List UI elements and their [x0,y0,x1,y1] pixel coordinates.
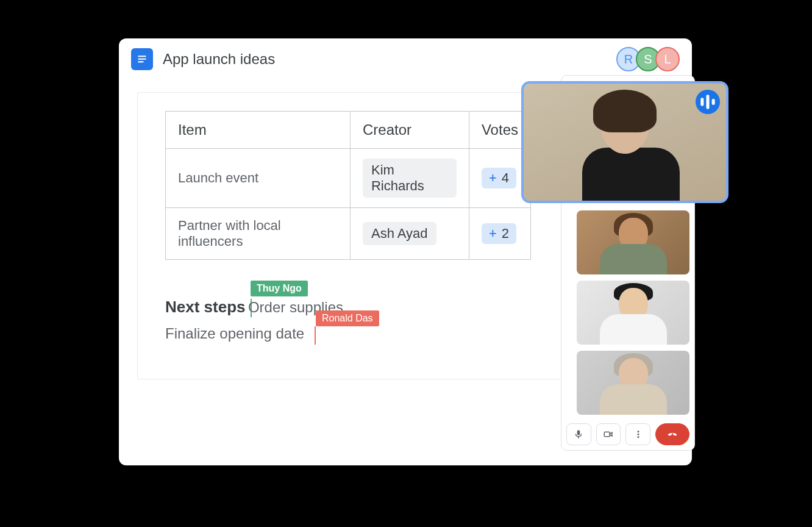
table-row[interactable]: Partner with local influencers Ash Ayad … [166,208,531,260]
svg-rect-4 [707,95,710,109]
person-body [600,384,667,415]
video-thumbnail[interactable] [577,281,689,345]
speaking-indicator-icon [696,90,720,114]
cell-votes[interactable]: +2 [469,208,530,260]
table-row[interactable]: Launch event Kim Richards +4 [166,149,531,208]
person-body [600,314,667,345]
person-hair [593,90,657,132]
creator-chip[interactable]: Ash Ayad [363,222,436,245]
cell-creator[interactable]: Kim Richards [350,149,469,208]
svg-rect-2 [138,61,143,62]
docs-window: App launch ideas R S L Item Creator Vote… [119,38,692,465]
person-figure [577,281,689,345]
cursor-tag-green: Thuy Ngo [251,281,308,296]
cell-creator[interactable]: Ash Ayad [350,208,469,260]
heading-text: Next steps [165,298,246,316]
collaborator-avatars: R S L [616,47,680,71]
vote-chip[interactable]: +4 [482,168,516,188]
next-steps-heading[interactable]: Next steps Thuy Ngo [165,298,246,317]
svg-point-8 [637,434,639,436]
cell-item[interactable]: Launch event [166,149,351,208]
end-call-button[interactable] [655,423,689,445]
person-figure [577,210,689,274]
hangup-icon [667,429,678,440]
header: App launch ideas R S L [119,38,692,80]
col-item: Item [166,112,351,149]
cell-item[interactable]: Partner with local influencers [166,208,351,260]
table-header-row: Item Creator Votes [166,112,531,149]
document-title[interactable]: App launch ideas [163,51,607,68]
video-thumbnail[interactable] [577,210,689,274]
person-figure [577,351,689,415]
camera-button[interactable] [596,423,621,445]
svg-rect-3 [700,98,703,106]
svg-rect-6 [604,432,610,437]
more-options-button[interactable] [625,423,650,445]
video-thumbnail[interactable] [577,351,689,415]
avatar-l[interactable]: L [655,47,680,71]
cursor-caret-red [315,326,316,345]
cursor-tag-red: Ronald Das [316,310,379,326]
svg-rect-0 [138,56,146,57]
mute-button[interactable] [566,423,591,445]
svg-point-9 [637,436,639,438]
microphone-icon [573,429,584,440]
creator-chip[interactable]: Kim Richards [363,159,457,198]
step-text: Finalize opening date [165,325,304,342]
plus-icon: + [489,226,497,242]
col-creator: Creator [350,112,469,149]
vote-chip[interactable]: +2 [482,223,516,244]
more-vertical-icon [633,429,644,440]
svg-rect-1 [138,59,146,60]
svg-rect-5 [712,99,715,105]
plus-icon: + [489,170,497,186]
step-item[interactable]: Finalize opening date Ronald Das [165,325,304,342]
person-body [600,244,667,274]
svg-point-7 [637,431,639,432]
camera-icon [603,429,614,440]
person-head [600,96,649,154]
vote-count: 4 [502,170,509,186]
vote-count: 2 [502,226,509,242]
video-main-speaker[interactable] [521,81,728,203]
docs-icon [131,48,153,70]
video-controls [566,421,689,445]
person-body [582,148,680,203]
ideas-table[interactable]: Item Creator Votes Launch event Kim Rich… [165,111,531,260]
person-figure [582,90,668,199]
